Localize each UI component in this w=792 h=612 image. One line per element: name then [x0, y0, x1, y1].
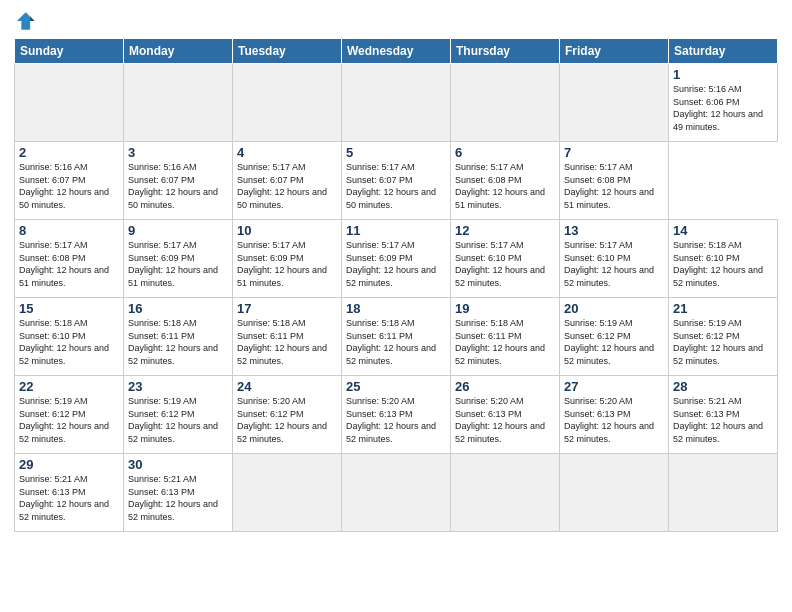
calendar-cell: 23Sunrise: 5:19 AMSunset: 6:12 PMDayligh… [124, 376, 233, 454]
calendar-cell: 13Sunrise: 5:17 AMSunset: 6:10 PMDayligh… [560, 220, 669, 298]
day-number: 2 [19, 145, 119, 160]
day-number: 16 [128, 301, 228, 316]
weekday-label: Wednesday [342, 39, 451, 64]
svg-marker-1 [30, 17, 34, 21]
calendar-cell [124, 64, 233, 142]
day-info: Sunrise: 5:16 AMSunset: 6:07 PMDaylight:… [19, 161, 119, 211]
calendar-cell: 28Sunrise: 5:21 AMSunset: 6:13 PMDayligh… [669, 376, 778, 454]
day-info: Sunrise: 5:21 AMSunset: 6:13 PMDaylight:… [673, 395, 773, 445]
day-number: 17 [237, 301, 337, 316]
calendar-cell: 2Sunrise: 5:16 AMSunset: 6:07 PMDaylight… [15, 142, 124, 220]
day-number: 5 [346, 145, 446, 160]
weekday-label: Monday [124, 39, 233, 64]
logo-icon [14, 10, 36, 32]
day-number: 3 [128, 145, 228, 160]
calendar-cell: 6Sunrise: 5:17 AMSunset: 6:08 PMDaylight… [451, 142, 560, 220]
day-info: Sunrise: 5:19 AMSunset: 6:12 PMDaylight:… [19, 395, 119, 445]
day-number: 23 [128, 379, 228, 394]
day-number: 30 [128, 457, 228, 472]
page-container: SundayMondayTuesdayWednesdayThursdayFrid… [0, 0, 792, 542]
day-info: Sunrise: 5:20 AMSunset: 6:13 PMDaylight:… [455, 395, 555, 445]
day-info: Sunrise: 5:17 AMSunset: 6:07 PMDaylight:… [237, 161, 337, 211]
day-info: Sunrise: 5:17 AMSunset: 6:08 PMDaylight:… [19, 239, 119, 289]
day-number: 15 [19, 301, 119, 316]
calendar-cell: 14Sunrise: 5:18 AMSunset: 6:10 PMDayligh… [669, 220, 778, 298]
day-info: Sunrise: 5:20 AMSunset: 6:13 PMDaylight:… [564, 395, 664, 445]
day-info: Sunrise: 5:19 AMSunset: 6:12 PMDaylight:… [128, 395, 228, 445]
calendar-cell: 17Sunrise: 5:18 AMSunset: 6:11 PMDayligh… [233, 298, 342, 376]
day-number: 20 [564, 301, 664, 316]
day-info: Sunrise: 5:19 AMSunset: 6:12 PMDaylight:… [564, 317, 664, 367]
day-number: 22 [19, 379, 119, 394]
calendar-cell [451, 64, 560, 142]
day-info: Sunrise: 5:18 AMSunset: 6:11 PMDaylight:… [455, 317, 555, 367]
day-number: 14 [673, 223, 773, 238]
calendar-cell: 11Sunrise: 5:17 AMSunset: 6:09 PMDayligh… [342, 220, 451, 298]
day-number: 18 [346, 301, 446, 316]
day-number: 19 [455, 301, 555, 316]
day-info: Sunrise: 5:16 AMSunset: 6:07 PMDaylight:… [128, 161, 228, 211]
day-info: Sunrise: 5:17 AMSunset: 6:09 PMDaylight:… [128, 239, 228, 289]
day-info: Sunrise: 5:20 AMSunset: 6:13 PMDaylight:… [346, 395, 446, 445]
calendar-cell [15, 64, 124, 142]
day-number: 13 [564, 223, 664, 238]
calendar-cell [233, 454, 342, 532]
calendar-cell [669, 454, 778, 532]
day-number: 6 [455, 145, 555, 160]
day-info: Sunrise: 5:18 AMSunset: 6:10 PMDaylight:… [19, 317, 119, 367]
calendar-week-row: 15Sunrise: 5:18 AMSunset: 6:10 PMDayligh… [15, 298, 778, 376]
weekday-header: SundayMondayTuesdayWednesdayThursdayFrid… [15, 39, 778, 64]
day-info: Sunrise: 5:18 AMSunset: 6:11 PMDaylight:… [237, 317, 337, 367]
day-info: Sunrise: 5:21 AMSunset: 6:13 PMDaylight:… [128, 473, 228, 523]
day-info: Sunrise: 5:17 AMSunset: 6:07 PMDaylight:… [346, 161, 446, 211]
day-info: Sunrise: 5:18 AMSunset: 6:11 PMDaylight:… [346, 317, 446, 367]
day-info: Sunrise: 5:20 AMSunset: 6:12 PMDaylight:… [237, 395, 337, 445]
day-number: 12 [455, 223, 555, 238]
calendar-cell: 16Sunrise: 5:18 AMSunset: 6:11 PMDayligh… [124, 298, 233, 376]
calendar-cell: 5Sunrise: 5:17 AMSunset: 6:07 PMDaylight… [342, 142, 451, 220]
day-info: Sunrise: 5:17 AMSunset: 6:10 PMDaylight:… [455, 239, 555, 289]
day-info: Sunrise: 5:19 AMSunset: 6:12 PMDaylight:… [673, 317, 773, 367]
calendar-cell: 7Sunrise: 5:17 AMSunset: 6:08 PMDaylight… [560, 142, 669, 220]
day-number: 28 [673, 379, 773, 394]
calendar-cell [451, 454, 560, 532]
calendar-cell: 19Sunrise: 5:18 AMSunset: 6:11 PMDayligh… [451, 298, 560, 376]
calendar-cell: 9Sunrise: 5:17 AMSunset: 6:09 PMDaylight… [124, 220, 233, 298]
calendar-week-row: 8Sunrise: 5:17 AMSunset: 6:08 PMDaylight… [15, 220, 778, 298]
weekday-label: Tuesday [233, 39, 342, 64]
day-number: 8 [19, 223, 119, 238]
day-number: 7 [564, 145, 664, 160]
calendar-cell: 1Sunrise: 5:16 AMSunset: 6:06 PMDaylight… [669, 64, 778, 142]
calendar-cell: 29Sunrise: 5:21 AMSunset: 6:13 PMDayligh… [15, 454, 124, 532]
day-number: 24 [237, 379, 337, 394]
day-info: Sunrise: 5:18 AMSunset: 6:10 PMDaylight:… [673, 239, 773, 289]
calendar-cell [342, 454, 451, 532]
calendar-cell: 18Sunrise: 5:18 AMSunset: 6:11 PMDayligh… [342, 298, 451, 376]
weekday-label: Friday [560, 39, 669, 64]
day-info: Sunrise: 5:16 AMSunset: 6:06 PMDaylight:… [673, 83, 773, 133]
calendar-cell: 15Sunrise: 5:18 AMSunset: 6:10 PMDayligh… [15, 298, 124, 376]
day-number: 10 [237, 223, 337, 238]
calendar-cell: 27Sunrise: 5:20 AMSunset: 6:13 PMDayligh… [560, 376, 669, 454]
calendar-cell: 21Sunrise: 5:19 AMSunset: 6:12 PMDayligh… [669, 298, 778, 376]
day-number: 27 [564, 379, 664, 394]
calendar-week-row: 29Sunrise: 5:21 AMSunset: 6:13 PMDayligh… [15, 454, 778, 532]
calendar-cell [342, 64, 451, 142]
calendar-cell [560, 454, 669, 532]
calendar-table: SundayMondayTuesdayWednesdayThursdayFrid… [14, 38, 778, 532]
day-number: 1 [673, 67, 773, 82]
day-number: 21 [673, 301, 773, 316]
calendar-cell: 4Sunrise: 5:17 AMSunset: 6:07 PMDaylight… [233, 142, 342, 220]
calendar-cell: 8Sunrise: 5:17 AMSunset: 6:08 PMDaylight… [15, 220, 124, 298]
calendar-cell: 3Sunrise: 5:16 AMSunset: 6:07 PMDaylight… [124, 142, 233, 220]
logo [14, 10, 42, 32]
day-number: 26 [455, 379, 555, 394]
calendar-cell: 10Sunrise: 5:17 AMSunset: 6:09 PMDayligh… [233, 220, 342, 298]
calendar-cell [233, 64, 342, 142]
day-info: Sunrise: 5:17 AMSunset: 6:09 PMDaylight:… [237, 239, 337, 289]
calendar-body: 1Sunrise: 5:16 AMSunset: 6:06 PMDaylight… [15, 64, 778, 532]
calendar-cell: 22Sunrise: 5:19 AMSunset: 6:12 PMDayligh… [15, 376, 124, 454]
day-number: 11 [346, 223, 446, 238]
calendar-cell: 12Sunrise: 5:17 AMSunset: 6:10 PMDayligh… [451, 220, 560, 298]
day-number: 29 [19, 457, 119, 472]
